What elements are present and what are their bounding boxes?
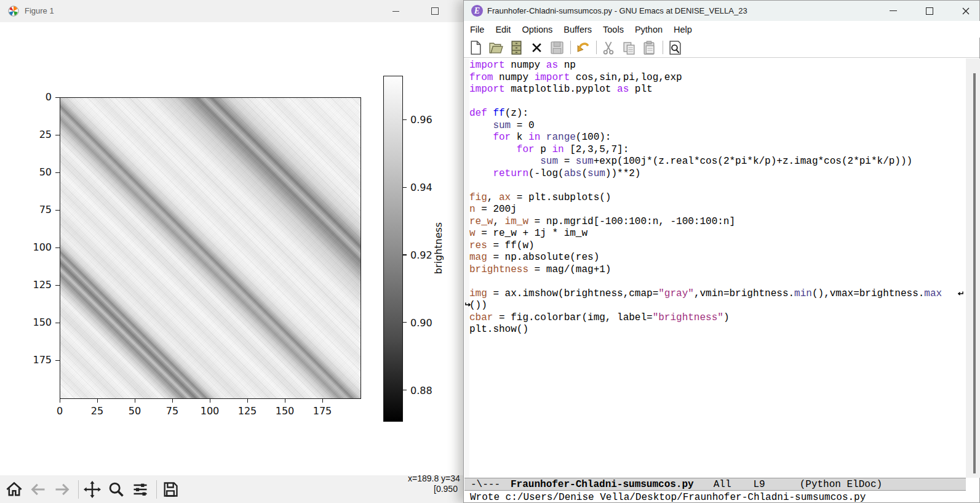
code-line: cbar = fig.colorbar(img, label="brightne… (469, 312, 965, 324)
colorbar-tick-label: 0.92 (410, 249, 432, 260)
y-tick-label: 125 (25, 279, 52, 291)
code-buffer[interactable]: import numpy as npfrom numpy import cos,… (469, 60, 965, 336)
emacs-window-title: Fraunhofer-Chladni-sumsumcos.py - GNU Em… (487, 1, 747, 21)
x-tick-mark (210, 398, 210, 403)
emacs-maximize-button[interactable] (916, 1, 943, 21)
figure-minimize-button[interactable] (385, 0, 406, 22)
emacs-window: E Fraunhofer-Chladni-sumsumcos.py - GNU … (463, 0, 980, 503)
paste-button[interactable] (641, 39, 657, 55)
matplotlib-logo-icon (8, 6, 19, 17)
colorbar-tick-mark (402, 322, 407, 323)
colorbar-tick-label: 0.96 (410, 114, 432, 126)
scrollbar-thumb[interactable] (973, 73, 976, 473)
code-line: brightness = mag/(mag+1) (469, 264, 965, 276)
menu-item-help[interactable]: Help (668, 25, 698, 34)
emacs-minimize-button[interactable] (880, 1, 907, 21)
x-tick-mark (285, 398, 285, 403)
menu-item-buffers[interactable]: Buffers (558, 25, 597, 34)
line-wrap-right-icon (958, 291, 963, 297)
copy-button[interactable] (621, 39, 637, 55)
code-line (469, 96, 965, 108)
forward-button[interactable] (53, 480, 71, 499)
y-tick-mark (55, 360, 60, 361)
mode-line: -\--- Fraunhofer-Chladni-sumsumcos.py Al… (464, 478, 966, 491)
pan-button[interactable] (83, 480, 102, 499)
colorbar (383, 76, 403, 422)
figure-window-title: Figure 1 (25, 0, 54, 22)
modeline-position: All (714, 479, 731, 490)
toolbar-separator (596, 41, 597, 54)
x-tick-mark (60, 398, 60, 403)
zoom-rect-button[interactable] (107, 480, 125, 499)
heatmap-image[interactable] (60, 97, 361, 399)
new-file-button[interactable] (468, 39, 484, 55)
figure-maximize-button[interactable] (424, 0, 445, 22)
emacs-titlebar[interactable]: E Fraunhofer-Chladni-sumsumcos.py - GNU … (464, 1, 979, 21)
dired-cabinet-button[interactable] (508, 39, 524, 55)
code-line: import numpy as np (469, 60, 965, 72)
menu-item-edit[interactable]: Edit (490, 25, 516, 34)
cut-button[interactable] (600, 39, 616, 55)
y-tick-mark (55, 285, 60, 286)
colorbar-tick-mark (402, 187, 407, 188)
figure-titlebar[interactable]: Figure 1 (0, 0, 465, 22)
toolbar-separator (156, 480, 157, 499)
x-tick-label: 125 (238, 405, 257, 417)
open-file-button[interactable] (488, 39, 504, 55)
desktop: Figure 1 0255075100125150175025507510012… (0, 0, 980, 503)
y-tick-mark (55, 97, 60, 98)
code-line: import matplotlib.pyplot as plt (469, 84, 965, 96)
menu-item-file[interactable]: File (464, 25, 490, 34)
x-tick-mark (97, 398, 98, 403)
figure-toolbar (0, 475, 465, 503)
code-line: plt.show() (469, 324, 965, 336)
x-tick-label: 175 (313, 405, 332, 417)
colorbar-tick-label: 0.90 (410, 316, 432, 328)
y-tick-label: 150 (25, 316, 52, 328)
y-tick-label: 175 (25, 354, 52, 366)
x-tick-mark (172, 398, 173, 403)
modeline-state: -\--- (471, 479, 500, 490)
colorbar-tick-label: 0.94 (410, 182, 432, 193)
code-line: mag = np.absolute(res) (469, 252, 965, 264)
home-button[interactable] (5, 480, 23, 499)
colorbar-tick-mark (402, 390, 407, 390)
code-line: return(-log(abs(sum))**2) (469, 168, 965, 180)
configure-subplots-button[interactable] (131, 480, 149, 499)
close-icon (962, 7, 970, 15)
toolbar-separator (78, 480, 79, 499)
menu-item-python[interactable]: Python (629, 25, 668, 34)
echo-area: Wrote c:/Users/Denise Vella/Desktop/Frau… (470, 492, 866, 503)
y-tick-mark (55, 247, 60, 248)
y-tick-label: 0 (25, 91, 52, 103)
scrollbar[interactable] (966, 58, 980, 478)
emacs-close-button[interactable] (952, 1, 979, 21)
close-buffer-button[interactable] (528, 39, 544, 55)
x-tick-mark (322, 398, 323, 403)
code-line: def ff(z): (469, 108, 965, 120)
y-tick-mark (55, 135, 60, 135)
toolbar-separator (570, 41, 571, 54)
menu-item-options[interactable]: Options (516, 25, 558, 34)
code-line: res = ff(w) (469, 240, 965, 252)
code-line: n = 200j (469, 204, 965, 216)
code-line (469, 180, 965, 192)
menu-item-tools[interactable]: Tools (597, 25, 629, 34)
modeline-major-modes: (Python ElDoc) (800, 479, 882, 490)
search-button[interactable] (667, 39, 683, 55)
colorbar-tick-mark (402, 119, 407, 120)
code-line: for k in range(100): (469, 132, 965, 144)
cursor-coordinates: x=189.8 y=34 (408, 473, 460, 483)
modeline-line-number: L9 (753, 479, 765, 490)
back-button[interactable] (29, 480, 47, 499)
save-buffer-button[interactable] (549, 39, 565, 55)
x-tick-label: 75 (166, 405, 178, 417)
code-line: sum = sum+exp(100j*(z.real*cos(2*pi*k/p)… (469, 156, 965, 168)
minimize-icon (890, 10, 897, 11)
save-button[interactable] (161, 480, 180, 499)
x-tick-label: 25 (91, 405, 103, 417)
x-tick-label: 150 (276, 405, 295, 417)
undo-button[interactable] (575, 39, 591, 55)
code-line: from numpy import cos,sin,pi,log,exp (469, 72, 965, 84)
x-tick-label: 100 (201, 405, 220, 417)
